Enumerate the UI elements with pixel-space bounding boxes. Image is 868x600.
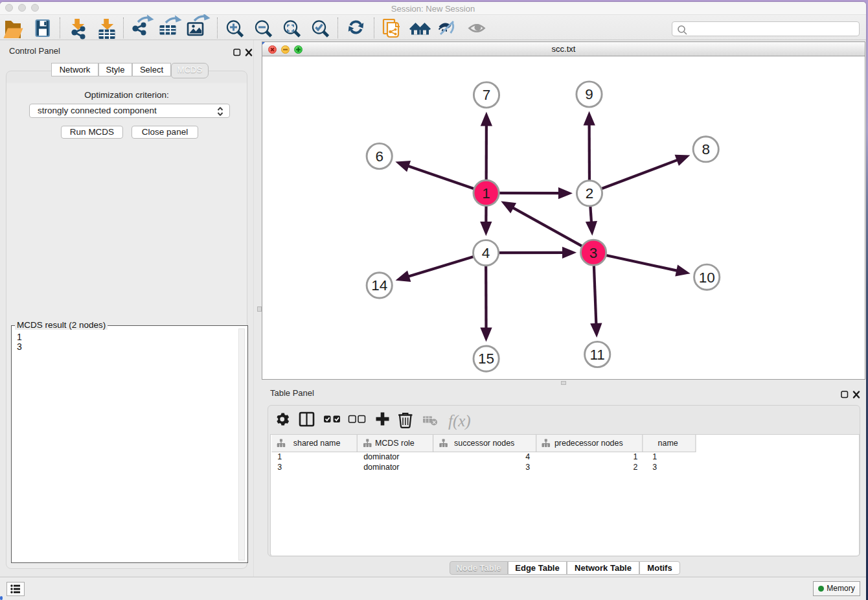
svg-text:1: 1 [482, 185, 490, 202]
svg-text:11: 11 [590, 347, 605, 363]
svg-text:7: 7 [483, 87, 491, 103]
svg-text:1: 1 [633, 452, 637, 461]
svg-text:1: 1 [277, 452, 282, 461]
svg-text:2: 2 [586, 185, 594, 202]
svg-text:4: 4 [525, 452, 530, 461]
svg-text:MCDS role: MCDS role [375, 439, 415, 448]
svg-text:name: name [658, 439, 678, 448]
svg-text:2: 2 [633, 463, 637, 472]
svg-text:9: 9 [585, 86, 593, 102]
svg-text:predecessor nodes: predecessor nodes [554, 439, 623, 448]
svg-text:10: 10 [699, 270, 715, 286]
svg-text:shared name: shared name [293, 439, 341, 448]
svg-text:f(x): f(x) [448, 412, 471, 430]
svg-text:dominator: dominator [363, 452, 399, 461]
svg-text:8: 8 [702, 141, 710, 157]
svg-text:3: 3 [525, 463, 530, 472]
svg-text:4: 4 [482, 245, 490, 261]
svg-text:3: 3 [652, 463, 657, 472]
svg-text:6: 6 [375, 148, 383, 165]
svg-text:dominator: dominator [363, 463, 399, 472]
svg-text:1: 1 [652, 452, 657, 461]
svg-text:3: 3 [277, 463, 282, 472]
svg-text:successor nodes: successor nodes [454, 439, 514, 448]
svg-text:15: 15 [478, 351, 494, 367]
svg-text:14: 14 [371, 277, 387, 294]
svg-text:3: 3 [589, 245, 598, 261]
